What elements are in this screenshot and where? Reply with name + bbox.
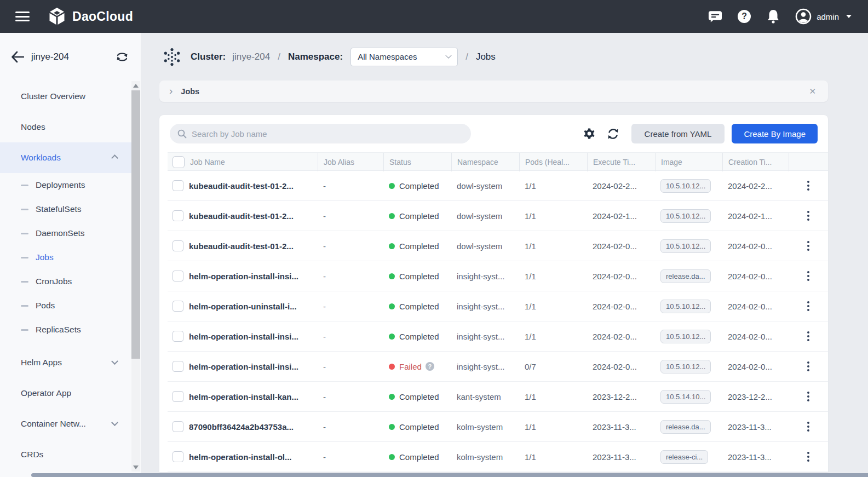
sidebar-item-crds[interactable]: CRDs <box>0 439 131 470</box>
sidebar-item-pods[interactable]: Pods <box>0 294 131 318</box>
select-all-checkbox[interactable] <box>173 156 185 168</box>
row-actions-kebab-icon[interactable] <box>805 359 812 373</box>
help-icon[interactable]: ? <box>737 9 751 24</box>
chevron-down-icon <box>111 358 118 365</box>
row-checkbox[interactable] <box>173 301 183 312</box>
cluster-value[interactable]: jinye-204 <box>232 51 270 62</box>
row-actions-kebab-icon[interactable] <box>805 419 812 434</box>
status-text: Completed <box>399 332 439 341</box>
status-cell: Completed <box>383 272 451 281</box>
execute-time-cell: 2024-02-0... <box>587 362 655 371</box>
row-actions-kebab-icon[interactable] <box>805 209 812 223</box>
sidebar-scroll-thumb[interactable] <box>131 90 140 359</box>
row-checkbox[interactable] <box>173 331 183 342</box>
back-arrow-icon[interactable] <box>11 51 24 63</box>
sidebar-item-cluster-overview[interactable]: Cluster Overview <box>0 81 131 112</box>
table-row[interactable]: kubeaudit-audit-test-01-2...-Completeddo… <box>168 201 828 231</box>
breadcrumb-separator: / <box>465 51 468 62</box>
sidebar-item-cronjobs[interactable]: CronJobs <box>0 269 131 294</box>
refresh-icon[interactable] <box>606 127 620 141</box>
sidebar-item-jobs[interactable]: Jobs <box>0 245 131 269</box>
sidebar-item-operator-app[interactable]: Operator App <box>0 378 131 409</box>
row-actions-kebab-icon[interactable] <box>805 299 812 313</box>
horizontal-scrollbar-thumb[interactable] <box>31 473 868 477</box>
table-row[interactable]: kubeaudit-audit-test-01-2...-Completeddo… <box>168 231 828 261</box>
sidebar-item-workloads[interactable]: Workloads <box>0 142 131 173</box>
row-actions-kebab-icon[interactable] <box>805 239 812 253</box>
creation-time-cell: 2024-02-1... <box>722 211 789 221</box>
dash-bullet-icon <box>21 305 28 307</box>
row-actions-kebab-icon[interactable] <box>805 269 812 283</box>
table-body: kubeaudit-audit-test-01-2...-Completeddo… <box>168 171 828 472</box>
job-name[interactable]: helm-operation-install-ol... <box>189 452 318 462</box>
image-cell: 10.5.10.12... <box>655 330 722 343</box>
job-name[interactable]: helm-operation-install-insi... <box>189 272 318 281</box>
breadcrumb: Cluster: jinye-204 / Namespace: All Name… <box>141 33 860 81</box>
table-row[interactable]: 87090bff36424a2b43753a...-Completedkolm-… <box>168 412 828 442</box>
sidebar-item-replicasets[interactable]: ReplicaSets <box>0 318 131 342</box>
row-actions-kebab-icon[interactable] <box>805 450 812 464</box>
sidebar-item-deployments[interactable]: Deployments <box>0 173 131 197</box>
namespace-select[interactable]: All Namespaces <box>350 48 458 66</box>
table-row[interactable]: helm-operation-install-insi...-Completed… <box>168 321 828 352</box>
job-name[interactable]: kubeaudit-audit-test-01-2... <box>189 211 318 221</box>
scroll-up-arrow-icon[interactable] <box>131 81 140 90</box>
sidebar-item-label: CronJobs <box>36 277 72 286</box>
table-row[interactable]: helm-operation-install-insi...-Completed… <box>168 261 828 291</box>
sidebar-item-daemonsets[interactable]: DaemonSets <box>0 221 131 245</box>
row-checkbox[interactable] <box>173 240 183 251</box>
row-actions-kebab-icon[interactable] <box>805 179 812 193</box>
status-help-icon[interactable]: ? <box>426 362 434 371</box>
job-name[interactable]: helm-operation-uninstall-i... <box>189 302 318 311</box>
settings-gear-icon[interactable] <box>583 127 596 140</box>
row-checkbox[interactable] <box>173 421 183 432</box>
row-actions-kebab-icon[interactable] <box>805 329 812 343</box>
messages-icon[interactable] <box>708 9 722 24</box>
notifications-bell-icon[interactable] <box>766 9 780 24</box>
row-actions-kebab-icon[interactable] <box>805 389 812 404</box>
create-from-yaml-button[interactable]: Create from YAML <box>631 124 725 143</box>
job-name[interactable]: kubeaudit-audit-test-01-2... <box>189 242 318 251</box>
create-by-image-button[interactable]: Create By Image <box>732 124 818 143</box>
daocloud-logo[interactable]: DaoCloud <box>47 7 133 26</box>
sidebar-item-statefulsets[interactable]: StatefulSets <box>0 197 131 221</box>
job-alias: - <box>318 211 383 221</box>
user-menu[interactable]: admin <box>795 8 852 25</box>
cluster-dots-icon <box>162 47 182 67</box>
help-question-glyph: ? <box>741 12 747 21</box>
scroll-down-arrow-icon[interactable] <box>131 463 140 472</box>
sidebar-scrollbar[interactable] <box>131 81 140 472</box>
row-checkbox[interactable] <box>173 271 183 281</box>
switch-cluster-icon[interactable] <box>116 51 129 63</box>
row-checkbox[interactable] <box>173 210 183 221</box>
table-row[interactable]: helm-operation-install-insi...-Failed?in… <box>168 352 828 382</box>
job-name[interactable]: kubeaudit-audit-test-01-2... <box>189 181 318 191</box>
row-checkbox-cell <box>168 180 189 191</box>
table-row[interactable]: helm-operation-install-ol...-Completedko… <box>168 442 828 472</box>
sidebar-item-container-netw[interactable]: Container Netw... <box>0 409 131 439</box>
search-input[interactable] <box>192 129 444 139</box>
table-row[interactable]: helm-operation-uninstall-i...-Completedi… <box>168 291 828 321</box>
job-name[interactable]: 87090bff36424a2b43753a... <box>189 422 318 432</box>
job-name[interactable]: helm-operation-install-kan... <box>189 392 318 401</box>
hamburger-menu-icon[interactable] <box>15 9 30 24</box>
job-name[interactable]: helm-operation-install-insi... <box>189 332 318 341</box>
row-checkbox-cell <box>168 451 189 462</box>
row-checkbox[interactable] <box>173 391 183 402</box>
job-name[interactable]: helm-operation-install-insi... <box>189 362 318 371</box>
search-box[interactable] <box>170 124 471 143</box>
row-checkbox[interactable] <box>173 180 183 191</box>
tab-jobs[interactable]: Jobs <box>181 87 199 96</box>
sidebar-item-nodes[interactable]: Nodes <box>0 112 131 142</box>
sidebar-item-helm-apps[interactable]: Helm Apps <box>0 347 131 378</box>
row-checkbox[interactable] <box>173 361 183 372</box>
table-row[interactable]: kubeaudit-audit-test-01-2...-Completeddo… <box>168 171 828 201</box>
row-checkbox[interactable] <box>173 451 183 462</box>
row-checkbox-cell <box>168 421 189 432</box>
status-dot-icon <box>389 303 395 309</box>
row-checkbox-cell <box>168 240 189 251</box>
table-row[interactable]: helm-operation-install-kan...-Completedk… <box>168 382 828 412</box>
actions-cell <box>789 329 828 343</box>
namespace-cell: kolm-system <box>451 422 519 432</box>
tab-close-icon[interactable]: ✕ <box>807 85 818 97</box>
